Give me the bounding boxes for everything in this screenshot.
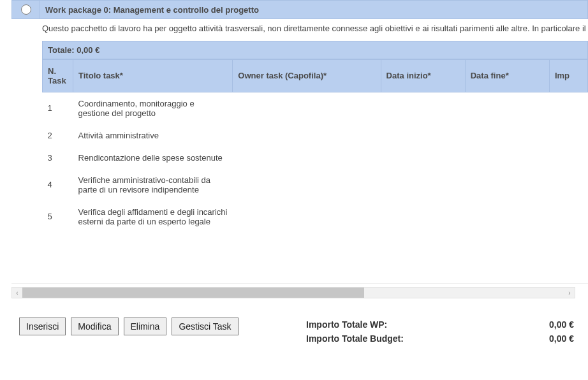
wp-select-radio[interactable] (21, 4, 31, 15)
tasks-body: 1 Coordinamento, monitoraggio e gestione… (43, 92, 588, 233)
wp-description: Questo pacchetto di lavoro ha per oggett… (42, 19, 588, 41)
table-row: 1 Coordinamento, monitoraggio e gestione… (43, 92, 588, 124)
task-n: 2 (43, 124, 73, 147)
col-title: Titolo task* (73, 59, 233, 92)
task-start (381, 124, 465, 147)
footer: Inserisci Modifica Elimina Gestisci Task… (19, 318, 574, 346)
total-wp-value: 0,00 € (549, 319, 574, 330)
totals: Importo Totale WP: 0,00 € Importo Totale… (306, 318, 574, 346)
wp-select-cell (12, 1, 40, 18)
task-end (465, 147, 549, 169)
table-row: 3 Rendicontazione delle spese sostenute (43, 147, 588, 169)
col-n: N. Task (43, 59, 73, 92)
task-n: 4 (43, 169, 73, 201)
chevron-right-icon[interactable]: › (564, 288, 575, 298)
task-owner (233, 124, 381, 147)
tasks-header-row: N. Task Titolo task* Owner task (Capofil… (43, 59, 588, 92)
task-owner (233, 169, 381, 201)
task-start (381, 169, 465, 201)
col-owner: Owner task (Capofila)* (233, 59, 381, 92)
task-end (465, 92, 549, 124)
horizontal-scrollbar[interactable]: ‹ › (11, 287, 575, 298)
task-title: Verifiche amministrativo-contabili da pa… (73, 169, 233, 201)
task-n: 5 (43, 201, 73, 233)
col-end: Data fine* (465, 59, 549, 92)
task-start (381, 201, 465, 233)
table-row: 2 Attività amministrative (43, 124, 588, 147)
table-row: 4 Verifiche amministrativo-contabili da … (43, 169, 588, 201)
manage-task-button[interactable]: Gestisci Task (172, 318, 238, 335)
total-budget-row: Importo Totale Budget: 0,00 € (306, 332, 574, 346)
task-title: Verifica degli affidamenti e degli incar… (73, 201, 233, 233)
total-budget-label: Importo Totale Budget: (306, 333, 404, 344)
chevron-left-icon[interactable]: ‹ (12, 288, 22, 298)
scrollbar-thumb[interactable] (22, 288, 364, 298)
total-wp-row: Importo Totale WP: 0,00 € (306, 318, 574, 332)
task-end (465, 169, 549, 201)
task-end (465, 201, 549, 233)
task-title: Attività amministrative (73, 124, 233, 147)
total-wp-label: Importo Totale WP: (306, 319, 387, 330)
action-buttons: Inserisci Modifica Elimina Gestisci Task (19, 318, 239, 335)
scrollbar-track[interactable] (22, 288, 564, 298)
task-owner (233, 201, 381, 233)
task-title: Coordinamento, monitoraggio e gestione d… (73, 92, 233, 124)
task-n: 1 (43, 92, 73, 124)
edit-button[interactable]: Modifica (71, 318, 118, 335)
wp-total: Totale: 0,00 € (42, 41, 588, 59)
task-owner (233, 92, 381, 124)
wp-header-row: Work package 0: Management e controllo d… (11, 0, 588, 19)
task-start (381, 92, 465, 124)
task-owner (233, 147, 381, 169)
task-title: Rendicontazione delle spese sostenute (73, 147, 233, 169)
work-package-panel: Work package 0: Management e controllo d… (11, 0, 588, 284)
total-budget-value: 0,00 € (549, 333, 574, 344)
task-start (381, 147, 465, 169)
col-start: Data inizio* (381, 59, 465, 92)
delete-button[interactable]: Elimina (124, 318, 167, 335)
tasks-table: N. Task Titolo task* Owner task (Capofil… (42, 59, 588, 233)
wp-title: Work package 0: Management e controllo d… (40, 1, 587, 18)
table-row: 5 Verifica degli affidamenti e degli inc… (43, 201, 588, 233)
task-n: 3 (43, 147, 73, 169)
col-imp: Imp (549, 59, 587, 92)
task-end (465, 124, 549, 147)
insert-button[interactable]: Inserisci (19, 318, 66, 335)
